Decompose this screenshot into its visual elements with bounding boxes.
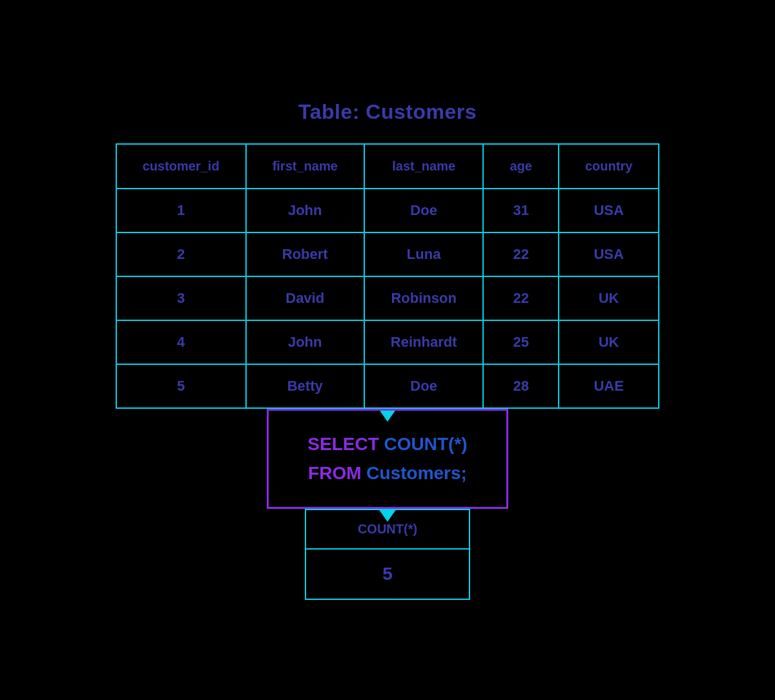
page-container: Table: Customers customer_id first_name … [103,74,673,626]
table-row: 5BettyDoe28UAE [116,364,659,408]
table-row: 1JohnDoe31USA [116,189,659,232]
col-header-country: country [559,144,659,189]
table-cell: UK [559,276,659,320]
col-header-first-name: first_name [246,144,364,189]
table-cell: 5 [116,364,246,408]
table-cell: UK [559,320,659,364]
table-cell: Reinhardt [364,320,484,364]
table-cell: 4 [116,320,246,364]
table-cell: 31 [483,189,558,232]
table-cell: John [246,189,364,232]
result-value: 5 [305,549,470,599]
table-row: 4JohnReinhardt25UK [116,320,659,364]
table-header-row: customer_id first_name last_name age cou… [116,144,659,189]
table-cell: 3 [116,276,246,320]
table-cell: Doe [364,364,484,408]
sql-text: SELECT COUNT(*) FROM Customers; [307,430,467,488]
table-cell: 28 [483,364,558,408]
table-cell: 22 [483,276,558,320]
table-row: 3DavidRobinson22UK [116,276,659,320]
table-cell: John [246,320,364,364]
table-cell: Betty [246,364,364,408]
table-cell: 1 [116,189,246,232]
table-row: 2RobertLuna22USA [116,232,659,276]
col-header-age: age [483,144,558,189]
col-header-last-name: last_name [364,144,484,189]
table-cell: Doe [364,189,484,232]
table-cell: UAE [559,364,659,408]
table-cell: USA [559,189,659,232]
customers-table: customer_id first_name last_name age cou… [116,143,660,409]
sql-query-box: SELECT COUNT(*) FROM Customers; [267,409,508,510]
table-cell: Luna [364,232,484,276]
sql-table-name: Customers; [362,463,467,483]
sql-count-func: COUNT(*) [379,434,468,454]
table-cell: Robinson [364,276,484,320]
sql-select-keyword: SELECT [307,434,378,454]
result-header: COUNT(*) [305,510,470,549]
table-cell: 25 [483,320,558,364]
page-title: Table: Customers [298,100,477,124]
col-header-customer-id: customer_id [116,144,246,189]
table-cell: David [246,276,364,320]
table-cell: Robert [246,232,364,276]
table-cell: 22 [483,232,558,276]
table-cell: USA [559,232,659,276]
sql-from-keyword: FROM [308,463,361,483]
result-table: COUNT(*) 5 [305,509,470,600]
table-cell: 2 [116,232,246,276]
